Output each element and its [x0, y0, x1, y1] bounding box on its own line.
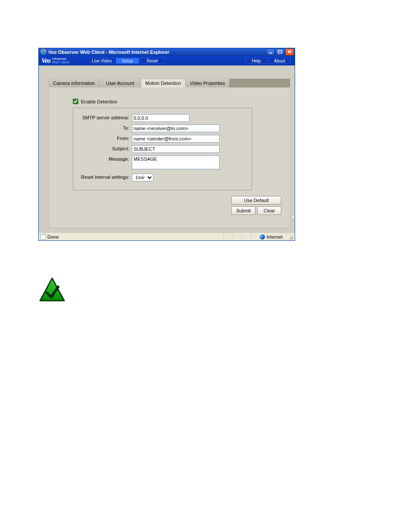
minimize-icon — [268, 50, 273, 54]
message-textarea[interactable] — [132, 156, 220, 169]
status-cell — [242, 234, 249, 240]
internet-zone-icon — [260, 234, 265, 240]
tip-check-icon — [38, 277, 66, 303]
scroll-grip-icon — [292, 216, 295, 221]
reset-interval-select[interactable]: 1min — [132, 174, 153, 181]
reset-interval-label: Reset Interval settings: — [78, 174, 132, 180]
subject-input[interactable] — [132, 145, 220, 153]
ie-logo-icon — [40, 49, 47, 55]
nav-reset[interactable]: Reset — [141, 58, 164, 64]
nav-setup[interactable]: Setup — [116, 58, 139, 64]
logo-line2: Web Client — [52, 61, 69, 64]
nav-help[interactable]: Help — [246, 58, 267, 64]
smtp-label: SMTP server address: — [78, 114, 132, 120]
tab-strip: Camera Information User Account Motion D… — [49, 79, 290, 87]
window-maximize-button[interactable] — [276, 49, 284, 56]
enable-detection-label: Enable Detection — [81, 99, 117, 104]
page-root: Veo Observer Web Client - Microsoft Inte… — [0, 0, 411, 532]
svg-rect-1 — [269, 53, 272, 53]
zone-text: Internet — [267, 234, 283, 240]
page-icon — [40, 234, 46, 240]
motion-detection-form: Enable Detection SMTP server address: To… — [49, 87, 290, 195]
tab-strip-filler — [230, 79, 290, 87]
logo-brand: Veo — [41, 57, 50, 65]
tab-camera-information[interactable]: Camera Information — [49, 79, 100, 87]
resize-grip-icon — [288, 234, 293, 240]
from-input[interactable] — [132, 135, 220, 143]
logo: Veo Observer Web Client — [41, 57, 84, 65]
maximize-icon — [278, 50, 282, 54]
enable-detection-checkbox[interactable] — [73, 99, 78, 104]
status-cell — [224, 234, 231, 240]
enable-detection-row[interactable]: Enable Detection — [73, 99, 283, 104]
tab-user-account[interactable]: User Account — [100, 79, 141, 87]
page-header: Veo Observer Web Client Live Video Setup… — [39, 56, 295, 65]
from-label: From: — [78, 135, 132, 141]
submit-button[interactable]: Submit — [231, 206, 255, 215]
email-settings-group: SMTP server address: To: From: S — [73, 108, 252, 190]
form-buttons: Use Default Submit Clear — [231, 196, 281, 215]
message-label: Message: — [78, 156, 132, 162]
window-title: Veo Observer Web Client - Microsoft Inte… — [48, 50, 169, 55]
ie-window: Veo Observer Web Client - Microsoft Inte… — [38, 48, 295, 241]
clear-button[interactable]: Clear — [257, 206, 281, 215]
svg-rect-2 — [278, 50, 282, 53]
titlebar: Veo Observer Web Client - Microsoft Inte… — [39, 48, 295, 56]
tab-video-properties[interactable]: Video Properties — [186, 79, 230, 87]
status-text: Done — [47, 234, 59, 240]
use-default-button[interactable]: Use Default — [231, 196, 281, 205]
subject-label: Subject: — [78, 145, 132, 151]
tab-motion-detection[interactable]: Motion Detection — [141, 79, 186, 87]
status-cell — [233, 234, 240, 240]
settings-panel: Camera Information User Account Motion D… — [48, 78, 290, 228]
nav-about[interactable]: About — [269, 58, 290, 64]
status-cell — [251, 234, 258, 240]
smtp-input[interactable] — [132, 114, 190, 122]
client-area: Camera Information User Account Motion D… — [39, 65, 295, 233]
to-input[interactable] — [132, 124, 220, 132]
to-label: To: — [78, 124, 132, 131]
close-icon — [287, 50, 292, 54]
status-bar: Done Internet — [39, 233, 295, 240]
window-close-button[interactable] — [285, 49, 294, 56]
window-minimize-button[interactable] — [266, 49, 275, 56]
nav-live-video[interactable]: Live Video — [90, 58, 114, 64]
